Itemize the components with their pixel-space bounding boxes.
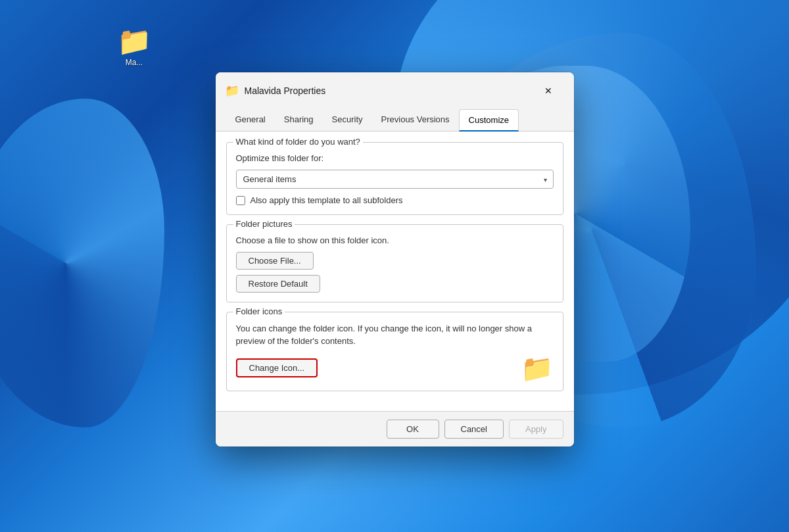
dialog-footer: OK Cancel Apply (216, 411, 574, 447)
apply-button[interactable]: Apply (509, 420, 563, 439)
dialog-title: Malavida Properties (245, 85, 533, 96)
folder-type-section: What kind of folder do you want? Optimiz… (226, 142, 563, 215)
close-button[interactable]: ✕ (533, 80, 563, 101)
title-bar: 📁 Malavida Properties ✕ (216, 72, 574, 109)
optimize-label: Optimize this folder for: (236, 153, 554, 163)
folder-icons-description: You can change the folder icon. If you c… (236, 323, 554, 347)
folder-pictures-section: Folder pictures Choose a file to show on… (226, 224, 563, 302)
subfolders-checkbox-row: Also apply this template to all subfolde… (236, 195, 554, 205)
folder-pictures-content: Choose a file to show on this folder ico… (236, 235, 554, 293)
dialog-overlay: 📁 Malavida Properties ✕ General Sharing … (0, 0, 789, 532)
icons-row: Change Icon... 📁 (236, 355, 554, 381)
folder-icons-section: Folder icons You can change the folder i… (226, 312, 563, 391)
folder-pictures-title: Folder pictures (233, 219, 295, 229)
cancel-button[interactable]: Cancel (444, 420, 504, 439)
folder-type-content: Optimize this folder for: General items … (236, 153, 554, 205)
properties-dialog: 📁 Malavida Properties ✕ General Sharing … (216, 72, 574, 446)
restore-default-button[interactable]: Restore Default (236, 275, 320, 293)
tab-general[interactable]: General (226, 109, 275, 132)
close-icon: ✕ (544, 85, 552, 96)
folder-icons-content: You can change the folder icon. If you c… (236, 323, 554, 381)
dropdown-wrapper: General items Documents Pictures Music V… (236, 170, 554, 189)
folder-pictures-buttons: Choose File... Restore Default (236, 252, 554, 293)
tab-previous-versions[interactable]: Previous Versions (372, 109, 459, 132)
tab-bar: General Sharing Security Previous Versio… (216, 109, 574, 132)
tab-security[interactable]: Security (323, 109, 372, 132)
choose-file-button[interactable]: Choose File... (236, 252, 314, 270)
subfolders-label: Also apply this template to all subfolde… (251, 195, 403, 205)
tab-sharing[interactable]: Sharing (275, 109, 323, 132)
title-bar-folder-icon: 📁 (225, 84, 239, 98)
tab-customize[interactable]: Customize (459, 109, 519, 132)
subfolders-checkbox[interactable] (236, 196, 245, 205)
change-icon-button[interactable]: Change Icon... (236, 358, 318, 377)
dialog-body: What kind of folder do you want? Optimiz… (216, 132, 574, 410)
folder-type-title: What kind of folder do you want? (233, 137, 363, 147)
ok-button[interactable]: OK (387, 420, 439, 439)
folder-type-dropdown[interactable]: General items Documents Pictures Music V… (236, 170, 554, 189)
folder-pictures-description: Choose a file to show on this folder ico… (236, 235, 554, 245)
folder-icons-title: Folder icons (233, 306, 285, 316)
folder-icon-preview: 📁 (521, 355, 554, 381)
